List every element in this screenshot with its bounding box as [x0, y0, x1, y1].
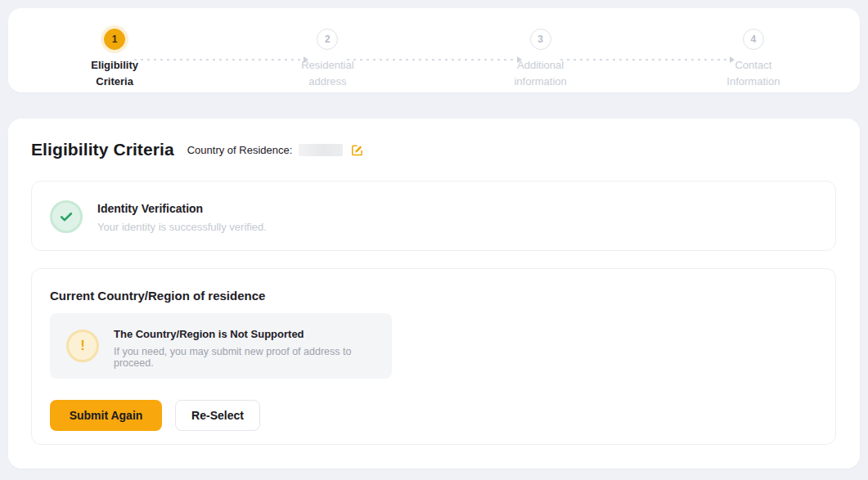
warning-subtitle: If you need, you may submit new proof of…	[114, 346, 392, 369]
submit-again-button[interactable]: Submit Again	[50, 400, 162, 431]
stepper-card: 1 Eligibility Criteria 2 Residential add…	[8, 8, 860, 92]
step-label: Additional information	[434, 57, 647, 90]
title-row: Eligibility Criteria Country of Residenc…	[31, 140, 364, 159]
step-number-badge: 3	[530, 29, 551, 50]
step-label: Eligibility Criteria	[8, 57, 221, 90]
edit-country-button[interactable]	[349, 142, 364, 157]
step-label: Contact Information	[647, 57, 860, 90]
dashed-arrow-icon	[560, 59, 734, 61]
check-circle-icon	[50, 200, 83, 233]
country-region-header: Current Country/Region of residence	[50, 289, 265, 303]
step-label: Residential address	[221, 57, 434, 90]
dashed-arrow-icon	[134, 59, 308, 61]
identity-verification-subtitle: Your identity is successfully verified.	[97, 221, 267, 233]
not-supported-warning-box: ! The Country/Region is Not Supported If…	[50, 313, 392, 379]
wizard-stepper: 1 Eligibility Criteria 2 Residential add…	[8, 8, 860, 90]
step-number-badge: 4	[743, 29, 764, 50]
identity-verification-title: Identity Verification	[97, 202, 203, 215]
stepper-step-eligibility-criteria[interactable]: 1 Eligibility Criteria	[8, 29, 221, 90]
warning-title: The Country/Region is Not Supported	[114, 328, 304, 340]
step-number-badge: 2	[317, 29, 338, 50]
step-number-badge: 1	[104, 29, 125, 50]
page-title: Eligibility Criteria	[31, 140, 174, 159]
exclamation-circle-icon: !	[66, 330, 99, 362]
identity-verification-section: Identity Verification Your identity is s…	[31, 181, 836, 251]
re-select-button[interactable]: Re-Select	[175, 400, 260, 431]
country-of-residence-value-redacted	[299, 144, 343, 156]
country-of-residence-label: Country of Residence:	[187, 144, 293, 156]
country-region-section: Current Country/Region of residence ! Th…	[31, 268, 836, 445]
edit-square-icon	[350, 143, 364, 157]
dashed-arrow-icon	[347, 59, 520, 61]
eligibility-criteria-card: Eligibility Criteria Country of Residenc…	[8, 119, 860, 469]
